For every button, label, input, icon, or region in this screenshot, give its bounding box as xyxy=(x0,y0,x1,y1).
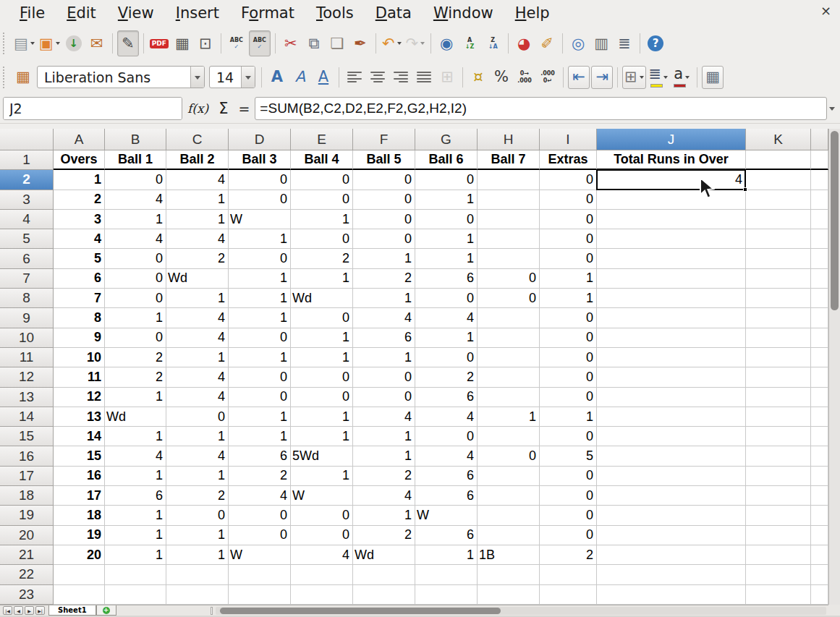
row-header-23[interactable]: 23 xyxy=(0,585,54,605)
cell[interactable] xyxy=(811,407,828,427)
font-size-combo[interactable]: 14 xyxy=(209,66,255,88)
cell[interactable] xyxy=(746,565,811,584)
cell[interactable] xyxy=(478,249,540,268)
freeze-panes-icon[interactable]: ▦ xyxy=(702,66,724,89)
cell[interactable] xyxy=(811,289,828,308)
cell[interactable]: 1 xyxy=(166,289,229,308)
equals-icon[interactable]: = xyxy=(233,101,255,116)
cell[interactable]: 0 xyxy=(540,486,597,506)
cell[interactable]: 4 xyxy=(353,486,415,506)
horizontal-scrollbar-thumb[interactable] xyxy=(220,608,501,614)
sort-descending-icon[interactable]: Z↓A xyxy=(482,30,504,56)
cell[interactable]: 2 xyxy=(166,486,229,506)
cell[interactable]: 4 xyxy=(105,229,166,249)
row-header-12[interactable]: 12 xyxy=(0,367,54,387)
cell[interactable]: W xyxy=(291,486,353,506)
italic-icon[interactable]: A xyxy=(289,64,311,90)
column-header-a[interactable]: A xyxy=(54,129,105,150)
cell[interactable]: 2 xyxy=(229,467,291,486)
cell[interactable] xyxy=(597,388,746,407)
row-header-20[interactable]: 20 xyxy=(0,526,54,545)
cell[interactable] xyxy=(166,565,229,584)
cell[interactable]: 1 xyxy=(105,427,166,446)
cell[interactable]: Ball 6 xyxy=(415,150,478,170)
clone-formatting-icon[interactable]: ✒ xyxy=(349,30,371,56)
cell[interactable]: W xyxy=(415,506,478,525)
cell[interactable]: 0 xyxy=(291,367,353,387)
formula-bar-expand-icon[interactable] xyxy=(827,97,837,120)
cell[interactable]: Ball 4 xyxy=(291,150,353,170)
navigator-icon[interactable]: ◎ xyxy=(567,30,589,56)
cell[interactable]: 1 xyxy=(166,427,229,446)
cell[interactable]: 0 xyxy=(229,526,291,545)
cell[interactable] xyxy=(811,427,828,446)
cell[interactable]: 2 xyxy=(540,545,597,565)
cell[interactable]: 15 xyxy=(54,446,105,466)
cell[interactable]: 1B xyxy=(478,545,540,565)
cell[interactable] xyxy=(597,585,746,605)
open-folder-icon[interactable]: ▣ xyxy=(38,30,61,56)
paste-icon[interactable]: ❏ xyxy=(326,30,348,56)
cell[interactable]: 0 xyxy=(353,190,415,210)
cell[interactable] xyxy=(415,565,478,584)
cell[interactable]: 0 xyxy=(353,367,415,387)
cell[interactable] xyxy=(478,367,540,387)
cell[interactable] xyxy=(291,585,353,605)
cell[interactable]: Wd xyxy=(291,289,353,308)
sum-icon[interactable]: Σ xyxy=(213,100,233,117)
cell[interactable]: 1 xyxy=(353,289,415,308)
insert-chart-icon[interactable]: ◕ xyxy=(513,30,535,56)
cell[interactable] xyxy=(746,407,811,427)
cell[interactable]: 0 xyxy=(229,388,291,407)
row-header-13[interactable]: 13 xyxy=(0,388,54,407)
cell[interactable] xyxy=(746,229,811,249)
select-all-corner[interactable] xyxy=(0,129,54,150)
cell[interactable]: 1 xyxy=(478,407,540,427)
cell[interactable]: 1 xyxy=(353,506,415,525)
cell[interactable]: 2 xyxy=(353,467,415,486)
cell[interactable]: 0 xyxy=(540,170,597,190)
cell[interactable]: 7 xyxy=(54,289,105,308)
cell[interactable] xyxy=(746,328,811,348)
cell[interactable] xyxy=(353,565,415,584)
cell[interactable] xyxy=(597,210,746,229)
data-sources-icon[interactable]: ≣ xyxy=(614,30,635,56)
cell[interactable]: 0 xyxy=(540,506,597,525)
cell[interactable] xyxy=(597,486,746,506)
cell[interactable]: 0 xyxy=(540,328,597,348)
close-icon[interactable]: × xyxy=(820,4,831,17)
add-decimal-icon[interactable]: 0→.000 xyxy=(514,64,535,90)
cell[interactable] xyxy=(811,506,828,525)
row-header-11[interactable]: 11 xyxy=(0,348,54,367)
cell[interactable]: 0 xyxy=(415,289,478,308)
cell[interactable]: 5 xyxy=(54,249,105,268)
cell[interactable]: 0 xyxy=(540,526,597,545)
cell[interactable] xyxy=(478,526,540,545)
cell[interactable]: 16 xyxy=(54,467,105,486)
font-name-combo[interactable]: Liberation Sans xyxy=(37,66,205,88)
row-header-17[interactable]: 17 xyxy=(0,467,54,486)
cell[interactable]: 11 xyxy=(54,367,105,387)
toolbar-drag-handle[interactable] xyxy=(3,67,7,88)
vertical-scrollbar-thumb[interactable] xyxy=(831,131,839,310)
print-icon[interactable]: ▦ xyxy=(171,30,193,56)
align-left-icon[interactable] xyxy=(344,64,365,90)
cell[interactable]: 4 xyxy=(166,328,229,348)
cell[interactable] xyxy=(597,526,746,545)
cell[interactable] xyxy=(746,150,811,170)
cell[interactable]: 1 xyxy=(291,328,353,348)
cell[interactable]: 0 xyxy=(415,348,478,367)
cell[interactable] xyxy=(229,585,291,605)
cell[interactable] xyxy=(54,585,105,605)
cell[interactable]: 4 xyxy=(353,407,415,427)
cell[interactable] xyxy=(478,229,540,249)
cell[interactable] xyxy=(811,328,828,348)
function-wizard-icon[interactable]: f(x) xyxy=(182,101,213,116)
cell[interactable]: 0 xyxy=(540,348,597,367)
cell[interactable]: 8 xyxy=(54,308,105,328)
cell[interactable]: 0 xyxy=(540,249,597,268)
cell[interactable] xyxy=(105,565,166,584)
row-header-10[interactable]: 10 xyxy=(0,328,54,348)
cell[interactable] xyxy=(746,249,811,268)
cell[interactable]: 1 xyxy=(540,407,597,427)
